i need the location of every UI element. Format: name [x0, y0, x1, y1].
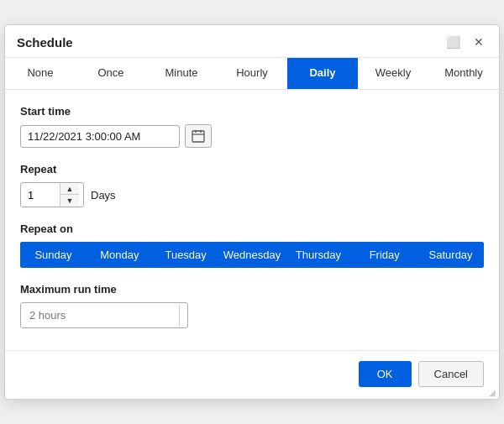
- svg-rect-0: [192, 131, 204, 142]
- repeat-on-section: Repeat on Sunday Monday Tuesday Wednesda…: [20, 222, 484, 268]
- tab-daily[interactable]: Daily: [287, 58, 358, 89]
- tab-minute[interactable]: Minute: [146, 58, 217, 89]
- start-time-input[interactable]: [20, 125, 180, 148]
- cancel-button[interactable]: Cancel: [418, 361, 484, 387]
- dialog-title: Schedule: [17, 35, 73, 50]
- max-run-time-section: Maximum run time: [20, 283, 484, 328]
- clock-icon: [186, 309, 188, 322]
- repeat-on-label: Repeat on: [20, 222, 484, 235]
- maximize-button[interactable]: ⬜: [443, 34, 464, 50]
- repeat-value-input[interactable]: [21, 184, 60, 207]
- spinner-up-button[interactable]: ▲: [60, 183, 79, 195]
- tab-hourly[interactable]: Hourly: [217, 58, 287, 89]
- day-sunday[interactable]: Sunday: [20, 242, 87, 268]
- max-run-time-container: [20, 302, 188, 328]
- title-bar-controls: ⬜ ✕: [443, 34, 487, 50]
- resize-handle[interactable]: ◢: [489, 388, 496, 397]
- repeat-spinner: ▲ ▼: [20, 182, 84, 207]
- day-tuesday[interactable]: Tuesday: [153, 242, 219, 268]
- tab-once[interactable]: Once: [76, 58, 146, 89]
- tab-none[interactable]: None: [5, 58, 76, 89]
- day-thursday[interactable]: Thursday: [285, 242, 351, 268]
- day-wednesday[interactable]: Wednesday: [219, 242, 286, 268]
- spinner-down-button[interactable]: ▼: [60, 195, 79, 207]
- repeat-row: ▲ ▼ Days: [20, 182, 484, 207]
- repeat-label: Repeat: [20, 163, 484, 175]
- max-run-time-input[interactable]: [21, 303, 179, 327]
- day-friday[interactable]: Friday: [351, 242, 417, 268]
- start-time-row: [20, 124, 484, 148]
- title-bar: Schedule ⬜ ✕: [5, 25, 499, 58]
- day-saturday[interactable]: Saturday: [417, 242, 484, 268]
- svg-point-4: [188, 310, 189, 321]
- repeat-unit: Days: [91, 189, 116, 202]
- schedule-dialog: Schedule ⬜ ✕ None Once Minute Hourly Dai…: [4, 24, 500, 400]
- start-time-label: Start time: [20, 105, 484, 118]
- ok-button[interactable]: OK: [359, 361, 412, 387]
- days-bar: Sunday Monday Tuesday Wednesday Thursday…: [20, 242, 484, 268]
- max-run-time-label: Maximum run time: [20, 283, 484, 296]
- calendar-button[interactable]: [185, 124, 212, 148]
- dialog-footer: OK Cancel: [5, 350, 499, 399]
- tab-monthly[interactable]: Monthly: [428, 58, 499, 89]
- clock-button[interactable]: [179, 305, 188, 327]
- close-button[interactable]: ✕: [470, 34, 487, 50]
- day-monday[interactable]: Monday: [87, 242, 153, 268]
- spinner-buttons: ▲ ▼: [60, 183, 79, 207]
- calendar-icon: [192, 129, 205, 143]
- dialog-content: Start time Repeat ▲ ▼ Day: [5, 90, 499, 347]
- tab-bar: None Once Minute Hourly Daily Weekly Mon…: [5, 58, 499, 90]
- tab-weekly[interactable]: Weekly: [358, 58, 428, 89]
